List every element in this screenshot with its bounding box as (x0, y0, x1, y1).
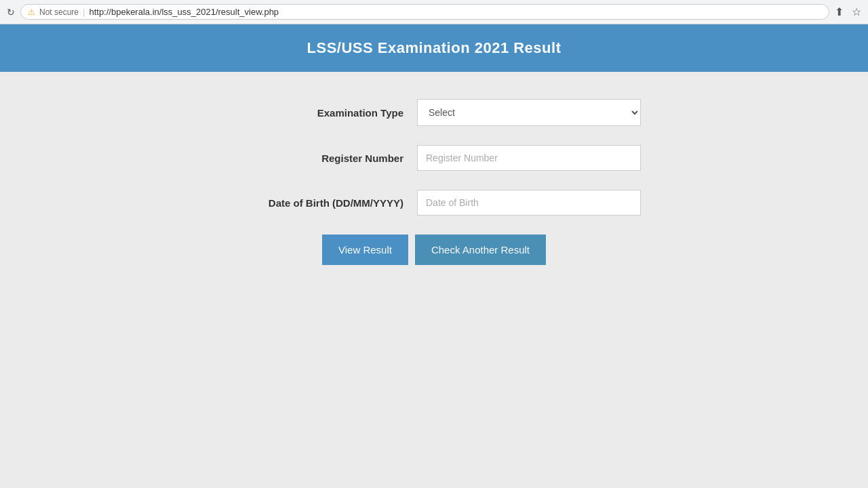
security-warning-icon: ⚠ (28, 7, 35, 17)
address-bar[interactable]: ⚠ Not secure | http://bpekerala.in/lss_u… (20, 4, 829, 20)
not-secure-label: Not secure (39, 7, 79, 17)
register-number-input[interactable] (417, 145, 641, 171)
bookmark-icon[interactable]: ☆ (852, 5, 861, 18)
header-banner: LSS/USS Examination 2021 Result (0, 24, 868, 72)
browser-nav: ↻ (7, 7, 15, 18)
url-text: http://bpekerala.in/lss_uss_2021/result_… (89, 7, 279, 17)
register-number-label: Register Number (227, 152, 417, 164)
examination-type-label: Examination Type (227, 107, 417, 119)
main-area: Examination Type Select LSS USS Register… (0, 72, 868, 488)
browser-action-icons: ⬆ ☆ (835, 5, 861, 18)
page-content: LSS/USS Examination 2021 Result Examinat… (0, 24, 868, 488)
examination-type-field[interactable]: Select LSS USS (417, 99, 641, 126)
browser-toolbar: ↻ ⚠ Not secure | http://bpekerala.in/lss… (0, 0, 868, 24)
register-number-field[interactable] (417, 145, 641, 171)
view-result-button[interactable]: View Result (322, 235, 408, 265)
reload-icon[interactable]: ↻ (7, 7, 15, 18)
examination-type-select[interactable]: Select LSS USS (417, 99, 641, 126)
register-number-row: Register Number (129, 145, 739, 171)
check-another-button[interactable]: Check Another Result (415, 235, 546, 265)
examination-type-row: Examination Type Select LSS USS (129, 99, 739, 126)
separator: | (83, 7, 85, 17)
button-row: View Result Check Another Result (129, 235, 739, 265)
dob-row: Date of Birth (DD/MM/YYYY) (129, 190, 739, 216)
dob-input[interactable] (417, 190, 641, 216)
form-container: Examination Type Select LSS USS Register… (129, 99, 739, 265)
share-icon[interactable]: ⬆ (835, 5, 844, 18)
dob-field[interactable] (417, 190, 641, 216)
page-title: LSS/USS Examination 2021 Result (14, 39, 854, 57)
dob-label: Date of Birth (DD/MM/YYYY) (227, 197, 417, 209)
